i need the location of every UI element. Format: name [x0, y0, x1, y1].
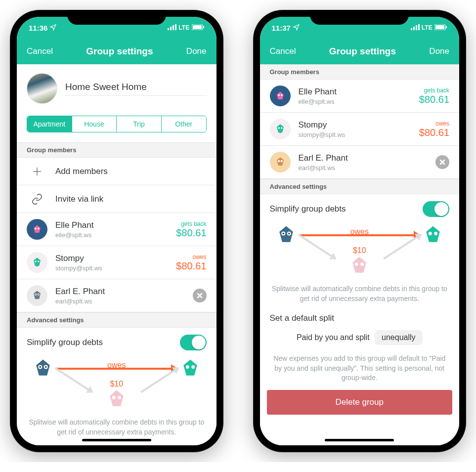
owes-arrow: owes $10 [56, 368, 177, 370]
svg-point-53 [361, 262, 364, 266]
status-time: 11:36 [29, 24, 47, 32]
section-advanced: Advanced settings [260, 179, 460, 194]
member-email: earl@splt.ws [55, 298, 185, 305]
remove-member-button[interactable] [193, 289, 207, 302]
avatar [27, 219, 47, 240]
section-advanced: Advanced settings [17, 312, 216, 328]
default-split-row[interactable]: Paid by you and split unequally [270, 330, 450, 345]
member-row[interactable]: Stompy stompy@splt.ws owes $80.61 [260, 113, 460, 146]
seg-house[interactable]: House [72, 116, 117, 132]
section-members: Group members [260, 64, 460, 80]
svg-point-37 [278, 94, 280, 96]
invite-link-label: Invite via link [55, 194, 207, 204]
svg-point-50 [429, 232, 432, 235]
simplify-debts-row: Simplify group debts [17, 328, 216, 353]
default-split-title: Set a default split [270, 313, 450, 323]
cancel-button[interactable]: Cancel [27, 46, 53, 56]
balance-label: gets back [176, 220, 206, 227]
done-button[interactable]: Done [186, 46, 207, 56]
member-email: earl@splt.ws [299, 164, 428, 172]
add-members-row[interactable]: Add members [17, 158, 216, 185]
balance-amount: $80.61 [176, 260, 206, 272]
svg-point-12 [35, 260, 37, 262]
debts-diagram: owes $10 [17, 353, 216, 413]
simplify-toggle[interactable] [180, 335, 207, 350]
done-button[interactable]: Done [429, 46, 449, 56]
svg-rect-34 [435, 25, 444, 29]
member-name: Earl E. Phant [299, 153, 428, 163]
svg-point-28 [118, 396, 121, 399]
member-row[interactable]: Earl E. Phant earl@splt.ws [260, 146, 460, 179]
svg-point-24 [45, 366, 46, 368]
svg-point-42 [278, 160, 280, 162]
notch [310, 10, 409, 25]
debts-diagram: owes $10 [260, 220, 460, 279]
svg-point-17 [35, 294, 36, 295]
member-email: elle@splt.ws [55, 231, 168, 239]
svg-rect-41 [279, 129, 281, 133]
seg-other[interactable]: Other [162, 116, 206, 132]
owes-label: owes [107, 361, 126, 369]
owes-label: owes [350, 227, 369, 236]
group-name-input[interactable]: Home Sweet Home [65, 82, 207, 96]
svg-point-39 [278, 127, 280, 129]
battery-icon [434, 24, 447, 32]
remove-member-button[interactable] [435, 155, 449, 169]
content: Home Sweet Home Apartment House Trip Oth… [17, 64, 216, 445]
svg-point-18 [38, 294, 39, 295]
notch [67, 10, 166, 25]
svg-rect-30 [413, 27, 415, 30]
invite-link-row[interactable]: Invite via link [17, 185, 216, 213]
svg-point-26 [191, 365, 195, 369]
delete-group-button[interactable]: Delete group [267, 390, 453, 415]
svg-rect-6 [203, 26, 204, 28]
diagram-avatar-right [179, 357, 202, 380]
group-avatar[interactable] [27, 73, 57, 104]
svg-point-27 [112, 396, 116, 399]
default-split-section: Set a default split Paid by you and spli… [260, 310, 460, 354]
diagram-avatar-bottom [348, 255, 371, 279]
member-row[interactable]: Elle Phant elle@splt.ws gets back $80.61 [260, 80, 460, 113]
member-row[interactable]: Stompy stompy@splt.ws owes $80.61 [17, 246, 216, 279]
signal-icon [168, 24, 176, 32]
svg-rect-32 [418, 24, 420, 30]
svg-point-10 [35, 228, 37, 230]
svg-point-43 [280, 160, 282, 162]
seg-trip[interactable]: Trip [117, 116, 162, 132]
svg-point-25 [185, 365, 189, 369]
diagram-avatar-bottom [105, 388, 128, 413]
cancel-button[interactable]: Cancel [270, 46, 296, 56]
simplify-debts-row: Simplify group debts [260, 194, 460, 220]
member-row[interactable]: Earl E. Phant earl@splt.ws [17, 279, 216, 312]
simplify-help: Splitwise will automatically combine deb… [260, 279, 460, 310]
svg-rect-35 [446, 26, 447, 28]
page-title: Group settings [86, 46, 153, 57]
location-icon [293, 24, 300, 32]
content: Group members Elle Phant elle@splt.ws ge… [260, 64, 460, 445]
balance-amount: $80.61 [176, 227, 206, 239]
simplify-label: Simplify group debts [270, 204, 346, 214]
svg-rect-31 [416, 25, 417, 30]
svg-point-40 [281, 127, 283, 129]
diagram-avatar-right [422, 224, 444, 247]
simplify-toggle[interactable] [423, 201, 449, 217]
page-title: Group settings [329, 46, 396, 57]
screen-right: 11:37 LTE Cancel Group settings Done [260, 17, 460, 445]
split-value-pill[interactable]: unequally [375, 330, 423, 345]
signal-icon [411, 24, 420, 32]
balance-label: owes [419, 120, 449, 127]
balance-label: owes [176, 254, 206, 260]
home-indicator[interactable] [325, 439, 394, 441]
nav-bar: Cancel Group settings Done [17, 39, 216, 64]
member-name: Earl E. Phant [55, 287, 185, 297]
balance-amount: $80.61 [419, 94, 449, 105]
svg-rect-1 [170, 27, 172, 30]
section-members: Group members [17, 142, 216, 158]
seg-apartment[interactable]: Apartment [27, 116, 72, 132]
member-name: Elle Phant [55, 220, 168, 230]
group-type-segmented: Apartment House Trip Other [27, 116, 207, 132]
member-row[interactable]: Elle Phant elle@splt.ws gets back $80.61 [17, 213, 216, 246]
home-indicator[interactable] [82, 439, 151, 441]
plus-icon [27, 166, 47, 177]
member-name: Stompy [55, 254, 168, 263]
